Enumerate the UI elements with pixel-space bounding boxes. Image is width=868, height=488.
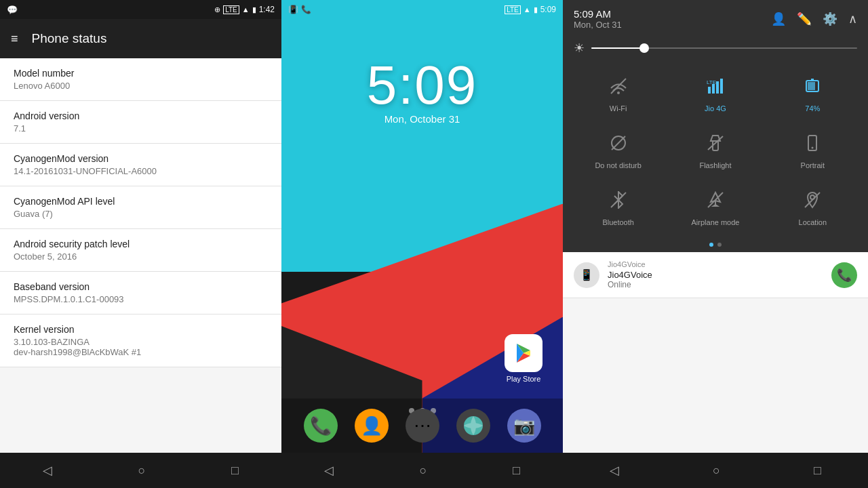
menu-icon[interactable]: ≡ [11,32,18,46]
signal-icon-2: LTE [505,5,521,14]
browser-dock-icon[interactable] [456,409,490,443]
svg-point-3 [617,92,620,94]
model-number-label: Model number [14,68,268,79]
security-patch-label: Android security patch level [14,239,268,249]
qs-time: 5:09 AM [574,8,622,20]
qs-header: 5:09 AM Mon, Oct 31 👤 ✏️ ⚙️ ∧ [563,0,868,35]
recents-button[interactable]: □ [231,464,239,478]
notif-app-icon: 📱 [574,262,599,288]
page-title: Phone status [32,31,107,46]
brightness-icon: ☀ [574,41,585,56]
model-number-value: Lenovo A6000 [14,81,268,91]
airplane-tile-icon [707,191,724,213]
cyanogenmod-api-item: CyanogenMod API level Guava (7) [0,186,281,229]
qs-tile-dnd[interactable]: Do not disturb [571,123,665,178]
qs-tile-dnd-label: Do not disturb [595,161,641,169]
svg-rect-5 [712,84,715,94]
edit-icon[interactable]: ✏️ [797,12,812,26]
flashlight-tile-icon [707,134,724,156]
kernel-version-value: 3.10.103-BAZINGAdev-harsh1998@BlAcKbWaK … [14,337,268,357]
recents-button-2[interactable]: □ [513,464,520,478]
qs-tile-jio4g-label: Jio 4G [705,104,726,113]
notif-title: Jio4GVoice [608,270,823,280]
qs-tile-flashlight[interactable]: Flashlight [668,123,762,178]
battery-icon: ▮ [252,5,256,14]
qs-header-icons: 👤 ✏️ ⚙️ ∧ [771,12,857,26]
play-store-app[interactable]: Play Store [505,334,542,383]
status-bar-1: 💬 ⊕ LTE ▲ ▮ 1:42 [0,0,281,19]
call-icon: 📞 [837,268,852,283]
qs-time-date: 5:09 AM Mon, Oct 31 [574,8,622,30]
status-right-icons: LTE ▲ ▮ 5:09 [505,5,556,14]
nav-bar-1: ◁ ○ □ [0,453,281,488]
notification-area: 📱 Jio4GVoice Jio4GVoice Online 📞 [563,252,868,453]
play-store-label: Play Store [505,375,542,383]
battery-tile-icon [804,77,821,99]
android-version-label: Android version [14,110,268,121]
location-tile-icon [804,191,821,213]
qs-tile-flashlight-label: Flashlight [699,161,731,169]
cyanogenmod-version-value: 14.1-20161031-UNOFFICIAL-A6000 [14,166,268,176]
status-left-icons: 📳 📞 [288,5,311,14]
qs-tile-location[interactable]: Location [766,180,860,235]
baseband-version-value: MPSS.DPM.1.0.1.C1-00093 [14,294,268,304]
home-button-2[interactable]: ○ [420,464,427,478]
apps-dock-icon[interactable]: ⋯ [406,409,439,443]
svg-rect-10 [811,79,814,81]
android-version-value: 7.1 [14,123,268,134]
brightness-fill [591,47,644,49]
brightness-row: ☀ [563,35,868,61]
time-display: 1:42 [259,5,275,14]
notif-app-name: Jio4GVoice [608,260,823,268]
svg-rect-11 [808,82,815,90]
wifi-icon: ▲ [242,5,250,14]
brightness-bar[interactable] [591,47,857,49]
back-button-2[interactable]: ◁ [324,463,334,478]
android-version-item: Android version 7.1 [0,101,281,144]
qs-tile-wifi-label: Wi-Fi [610,104,627,113]
notif-subtitle: Online [608,280,823,289]
voip-icon: 📞 [301,5,311,14]
camera-dock-icon[interactable]: 📷 [507,409,541,443]
battery-icon-2: ▮ [534,5,538,14]
brightness-thumb[interactable] [639,43,649,53]
qs-tile-battery[interactable]: 74% [766,66,860,121]
nav-bar-3: ◁ ○ □ [563,453,868,488]
svg-rect-6 [716,81,719,94]
phone-dock-icon[interactable]: 📞 [304,409,338,443]
recents-button-3[interactable]: □ [814,464,821,478]
app-dock: 📞 👤 ⋯ 📷 [281,399,563,453]
bluetooth-tile-icon [610,191,627,213]
settings-icon[interactable]: ⚙️ [823,12,837,26]
cyanogenmod-api-value: Guava (7) [14,209,268,219]
user-icon[interactable]: 👤 [771,12,786,26]
vibrate-icon: 📳 [288,5,298,14]
qs-tile-bluetooth[interactable]: Bluetooth [571,180,665,235]
back-button-3[interactable]: ◁ [610,463,619,478]
home-button[interactable]: ○ [138,464,146,478]
home-button-3[interactable]: ○ [713,464,720,478]
collapse-icon[interactable]: ∧ [848,12,857,26]
qs-tile-portrait[interactable]: Portrait [766,123,860,178]
clock-widget: 5:09 Mon, October 31 [281,54,563,125]
qs-tile-airplane[interactable]: Airplane mode [668,180,762,235]
kernel-version-label: Kernel version [14,324,268,335]
qs-tile-portrait-label: Portrait [801,161,825,169]
baseband-version-label: Baseband version [14,281,268,292]
qs-tile-location-label: Location [799,218,827,226]
jio4gvoice-notification[interactable]: 📱 Jio4GVoice Jio4GVoice Online 📞 [563,252,868,298]
status-bar-2: 📳 📞 LTE ▲ ▮ 5:09 [281,0,563,19]
play-store-icon-bg [505,334,542,372]
contacts-dock-icon[interactable]: 👤 [355,409,389,443]
qs-dot-1 [709,243,713,247]
quick-settings-panel: 5:09 AM Mon, Oct 31 👤 ✏️ ⚙️ ∧ ☀ [563,0,868,488]
notif-call-action[interactable]: 📞 [831,262,857,288]
cyanogenmod-api-label: CyanogenMod API level [14,196,268,207]
qs-tile-bluetooth-label: Bluetooth [602,218,633,226]
qs-tiles: Wi-Fi LTE Jio 4G [563,61,868,240]
qs-tile-wifi[interactable]: Wi-Fi [571,66,665,121]
info-list: Model number Lenovo A6000 Android versio… [0,58,281,453]
back-button[interactable]: ◁ [43,463,52,478]
baseband-version-item: Baseband version MPSS.DPM.1.0.1.C1-00093 [0,272,281,314]
qs-tile-jio4g[interactable]: LTE Jio 4G [668,66,762,121]
